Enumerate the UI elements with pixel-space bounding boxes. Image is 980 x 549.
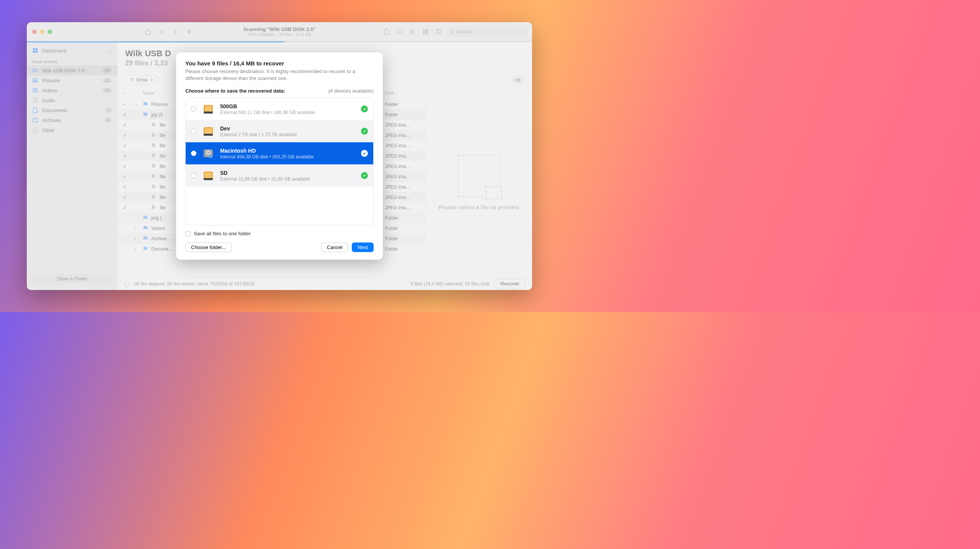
- modal-title: You have 9 files / 16,4 MB to recover: [185, 60, 374, 67]
- back-button[interactable]: [156, 26, 167, 37]
- home-button[interactable]: [142, 26, 153, 37]
- sidebar-item-pictures[interactable]: Pictures 11: [27, 75, 118, 85]
- next-button[interactable]: Next: [352, 243, 374, 252]
- svg-rect-42: [209, 156, 212, 158]
- row-checkbox[interactable]: ✓: [123, 174, 134, 179]
- filter-pill[interactable]: es: [512, 76, 524, 84]
- show-filter-button[interactable]: Show: [125, 75, 158, 85]
- device-sub: External 2 TB disk • 1,73 TB available: [220, 132, 356, 137]
- device-radio[interactable]: [191, 129, 196, 134]
- svg-point-7: [410, 33, 411, 33]
- sidebar-item-documents[interactable]: Documents 2: [27, 105, 118, 115]
- row-checkbox[interactable]: ✓: [123, 112, 134, 117]
- sidebar-item-videos[interactable]: Videos 10: [27, 85, 118, 95]
- row-checkbox[interactable]: ✓: [123, 122, 134, 128]
- sidebar-item-badge: 29: [102, 68, 112, 73]
- device-row[interactable]: SD External 31,99 GB disk • 31,99 GB ava…: [186, 165, 373, 187]
- cancel-button[interactable]: Cancel: [321, 243, 348, 252]
- sidebar-item-other[interactable]: Other: [27, 125, 118, 135]
- maximize-window-button[interactable]: [47, 29, 52, 34]
- device-row[interactable]: Macintosh HD Internal 494,38 GB disk • 3…: [186, 142, 373, 165]
- sidebar-item-label: Other: [42, 127, 55, 133]
- svg-rect-0: [188, 30, 189, 33]
- row-checkbox[interactable]: ✓: [123, 164, 134, 169]
- status-spinner-icon: [124, 281, 130, 287]
- svg-point-14: [450, 30, 453, 33]
- row-checkbox[interactable]: ✓: [123, 143, 134, 148]
- row-disclosure[interactable]: ⌄: [134, 112, 143, 117]
- scan-subtitle: 51% complete – 29 files / 3,33 GB: [243, 32, 315, 37]
- file-icon: [151, 194, 158, 200]
- choose-folder-button[interactable]: Choose folder...: [185, 243, 232, 252]
- status-bar: 0h 4m elapsed, 0h 4m remain, block 78192…: [118, 277, 532, 290]
- status-left: 0h 4m elapsed, 0h 4m remain, block 78192…: [134, 281, 255, 287]
- sidebar-item-archives[interactable]: Archives 6: [27, 115, 118, 125]
- device-sub: Internal 494,38 GB disk • 393,25 GB avai…: [220, 154, 356, 160]
- show-filter-label: Show: [136, 77, 148, 83]
- folder-icon: [143, 246, 150, 252]
- row-disclosure[interactable]: ›: [134, 246, 143, 252]
- list-view-icon[interactable]: [407, 26, 418, 37]
- sidebar-dashboard[interactable]: Dashboard: [27, 46, 118, 55]
- drive-icon: [32, 67, 38, 73]
- row-disclosure[interactable]: ›: [134, 226, 143, 231]
- forward-button[interactable]: [170, 26, 181, 37]
- search-input[interactable]: Search: [446, 27, 527, 37]
- recover-button[interactable]: Recover: [495, 279, 525, 288]
- row-disclosure[interactable]: ›: [134, 236, 143, 241]
- sidebar-item-audio[interactable]: Audio: [27, 95, 118, 105]
- documents-icon: [32, 107, 38, 113]
- checkbox-header[interactable]: –: [123, 91, 134, 96]
- disk-icon: [202, 169, 215, 182]
- row-kind: JPEG ima…: [385, 133, 420, 138]
- sidebar-item-drive[interactable]: Wilk USB DISK 2.0 29: [27, 65, 118, 75]
- row-checkbox[interactable]: ✓: [123, 153, 134, 159]
- row-checkbox[interactable]: ✓: [123, 205, 134, 210]
- row-checkbox[interactable]: ✓: [123, 184, 134, 190]
- svg-point-6: [410, 31, 411, 32]
- close-window-button[interactable]: [32, 29, 37, 34]
- row-kind: Folder: [385, 215, 420, 221]
- sidebar-item-label: Audio: [42, 98, 55, 103]
- svg-rect-11: [426, 32, 428, 34]
- device-radio[interactable]: [191, 173, 196, 178]
- svg-rect-45: [204, 178, 213, 180]
- device-name: Macintosh HD: [220, 148, 356, 154]
- disk-icon: [202, 147, 215, 160]
- minimize-window-button[interactable]: [40, 29, 44, 34]
- svg-point-5: [410, 30, 411, 30]
- row-checkbox[interactable]: –: [123, 102, 134, 107]
- status-right: 9 files (16,4 MB) selected, 29 files tot…: [410, 281, 489, 287]
- folder-icon[interactable]: [394, 26, 405, 37]
- svg-line-15: [453, 33, 454, 33]
- preview-text: Please select a file to preview: [438, 204, 519, 210]
- grid-view-icon[interactable]: [420, 26, 431, 37]
- device-radio[interactable]: [191, 151, 196, 156]
- show-in-finder-button[interactable]: Show in Finder: [32, 274, 112, 284]
- pictures-icon: [32, 77, 38, 83]
- svg-rect-18: [33, 51, 35, 53]
- titlebar: Scanning "Wilk USB DISK 2.0" 51% complet…: [27, 22, 532, 41]
- sidebar-item-badge: 2: [105, 108, 112, 113]
- sidebar-toggle-icon[interactable]: [433, 26, 444, 37]
- check-badge-icon: [361, 128, 368, 135]
- device-row[interactable]: Dev External 2 TB disk • 1,73 TB availab…: [186, 120, 373, 142]
- file-icon: [151, 163, 158, 169]
- save-one-folder-checkbox[interactable]: [185, 231, 191, 236]
- folder-icon: [143, 215, 150, 221]
- pause-button[interactable]: [184, 26, 194, 37]
- row-disclosure[interactable]: ›: [134, 215, 143, 221]
- row-checkbox[interactable]: ✓: [123, 195, 134, 200]
- sidebar: Dashboard Scan results Wilk USB DISK 2.0…: [27, 42, 118, 290]
- svg-point-26: [36, 101, 37, 102]
- row-disclosure[interactable]: ⌄: [134, 102, 143, 107]
- preview-placeholder-icon: [458, 155, 500, 197]
- column-kind[interactable]: Kind: [385, 91, 420, 96]
- device-radio[interactable]: [191, 106, 196, 112]
- file-icon[interactable]: [381, 26, 392, 37]
- window-controls: [32, 29, 52, 34]
- device-row[interactable]: 500GB External 500,11 GB disk • 186,38 G…: [186, 98, 373, 120]
- sidebar-section-header: Scan results: [27, 55, 118, 65]
- row-checkbox[interactable]: ✓: [123, 133, 134, 138]
- archives-icon: [32, 117, 38, 123]
